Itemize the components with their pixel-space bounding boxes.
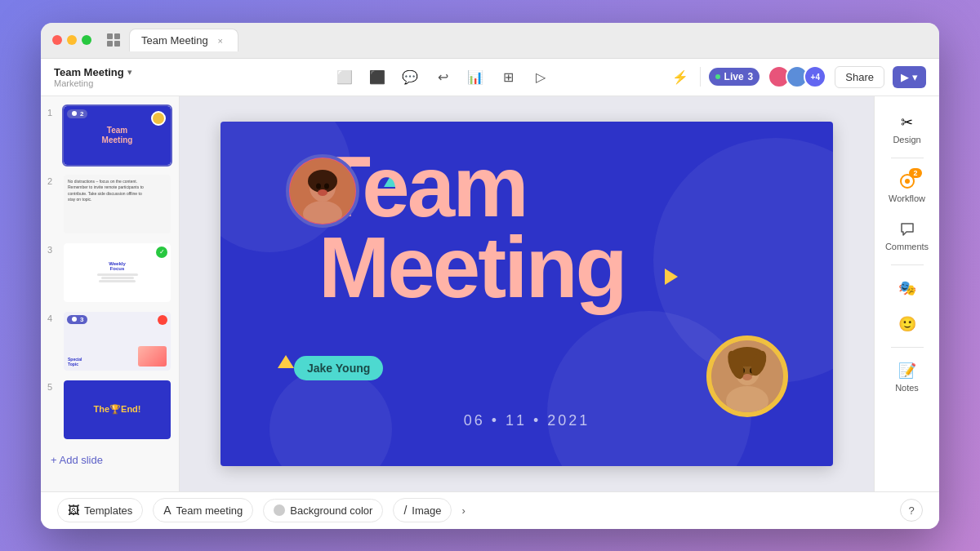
name-bubble: Jake Young [294,356,383,380]
right-sidebar: ✂ Design 2 Workflow Comments [874,96,939,491]
play-button[interactable]: ▶ ▾ [893,66,926,88]
doc-title: Team Meeting [54,66,124,78]
slide-thumb-1[interactable]: 2 TeamMeeting [62,104,172,167]
presenter-avatar-top [286,154,359,228]
bottom-bar: 🖼 Templates A Team meeting Background co… [41,491,939,529]
live-count: 3 [748,71,754,82]
slide-number-1: 1 [47,104,57,118]
doc-title-chevron[interactable]: ▾ [127,67,132,78]
comments-icon [898,220,917,239]
link-icon[interactable]: ↩ [434,68,452,86]
templates-button[interactable]: 🖼 Templates [57,498,143,522]
sidebar-emoji-tool[interactable]: 🙂 [879,308,936,340]
insert-box-icon[interactable]: ⬜ [336,68,354,86]
list-item[interactable]: 3 ✓ WeeklyFocus [47,242,172,304]
presenter-face-top [290,158,355,224]
svg-point-0 [72,111,77,116]
slide-badge-1: 2 [67,109,87,118]
emoji-icon: 🙂 [898,314,917,334]
svg-point-6 [324,183,329,189]
slide-thumb-2[interactable]: No distractions – focus on the content.R… [62,173,172,235]
media-icon[interactable]: ⬛ [368,68,386,86]
toolbar-right: ⚡ Live 3 +4 Share ▶ ▾ [669,65,926,88]
flash-icon[interactable]: ⚡ [669,65,692,88]
workflow-label: Workflow [889,193,925,203]
notes-icon: 📝 [898,361,917,380]
slide-5-text: The🏆End! [94,404,141,415]
svg-point-5 [316,183,321,189]
sidebar-design-tool[interactable]: ✂ Design [879,106,936,151]
help-button[interactable]: ? [900,499,923,522]
templates-label: Templates [84,504,132,517]
sidebar-comments-tool[interactable]: Comments [879,213,936,258]
toolbar-left: Team Meeting ▾ Marketing [54,66,217,88]
slide-4-red-badge [158,315,167,325]
sidebar-workflow-tool[interactable]: 2 Workflow [879,165,936,210]
svg-point-4 [308,170,337,193]
comment-icon[interactable]: 💬 [401,68,419,86]
slide-main-title: Team Meeting [318,146,626,309]
canvas-area: Team Meeting Jake Young 06 • 11 • 2021 [180,96,874,491]
text-style-icon: A [163,504,171,517]
tab-close-button[interactable]: × [215,35,226,47]
tab-team-meeting[interactable]: Team Meeting × [129,29,238,51]
slide-thumb-3[interactable]: ✓ WeeklyFocus [62,242,172,304]
workflow-badge: 2 [909,168,921,178]
slide-thumb-4[interactable]: 3 SpecialTopic [62,310,172,372]
bg-color-label: Background color [290,504,372,517]
close-traffic-light[interactable] [52,35,62,45]
text-style-button[interactable]: A Team meeting [153,498,253,522]
slide-3-green-badge: ✓ [156,247,167,258]
svg-point-15 [742,374,752,380]
title-bar: Team Meeting × [41,23,939,59]
live-label: Live [724,71,744,82]
list-item[interactable]: 1 2 TeamMeeting [47,104,172,167]
maximize-traffic-light[interactable] [82,35,91,45]
slide-1-text: TeamMeeting [99,122,136,149]
svg-point-7 [318,189,327,196]
slide-number-5: 5 [47,379,57,392]
slide-thumb-5[interactable]: The🏆End! [62,379,172,441]
chart-icon[interactable]: 📊 [466,68,484,86]
grid-view-icon[interactable] [105,31,122,49]
svg-point-1 [72,317,77,322]
image-button[interactable]: / Image [393,498,452,522]
avatars-group: +4 [768,65,826,88]
video-icon[interactable]: ▷ [532,68,550,86]
sidebar-stickers-tool[interactable]: 🎭 [879,272,936,304]
tab-label: Team Meeting [141,34,208,47]
presenter-face-bottom [711,340,783,412]
slide-1-avatar [151,111,166,126]
list-item[interactable]: 2 No distractions – focus on the content… [47,173,172,235]
slide-number-3: 3 [47,242,57,255]
slide-3-content: WeeklyFocus [97,261,138,283]
grid-icon[interactable]: ⊞ [499,68,517,86]
slide-number-4: 4 [47,310,57,323]
avatar-extra: +4 [804,65,826,88]
play-chevron: ▾ [912,71,918,83]
slide-canvas: Team Meeting Jake Young 06 • 11 • 2021 [220,122,833,466]
triangle-yellow-right-icon [665,269,678,285]
slide-4-image [138,346,167,367]
text-style-label: Team meeting [176,504,243,517]
bg-color-button[interactable]: Background color [263,499,383,522]
workflow-icon-container: 2 [898,171,917,191]
sidebar-divider-1 [891,158,924,158]
slide-panel: 1 2 TeamMeeting 2 [41,96,180,491]
list-item[interactable]: 5 The🏆End! [47,379,172,441]
share-button[interactable]: Share [835,66,884,88]
slide-number-2: 2 [47,173,57,186]
svg-point-20 [905,179,910,184]
more-options-button[interactable]: › [461,504,465,517]
live-badge: Live 3 [709,68,760,86]
sidebar-notes-tool[interactable]: 📝 Notes [879,354,936,399]
traffic-lights [52,35,91,45]
minimize-traffic-light[interactable] [67,35,77,45]
stickers-icon: 🎭 [898,278,917,298]
list-item[interactable]: 4 3 SpecialTopic [47,310,172,372]
sidebar-divider-2 [891,264,924,265]
more-label: › [461,504,465,517]
doc-info: Team Meeting ▾ Marketing [54,66,132,88]
bg-color-icon [274,504,285,516]
add-slide-button[interactable]: + Add slide [47,447,172,473]
